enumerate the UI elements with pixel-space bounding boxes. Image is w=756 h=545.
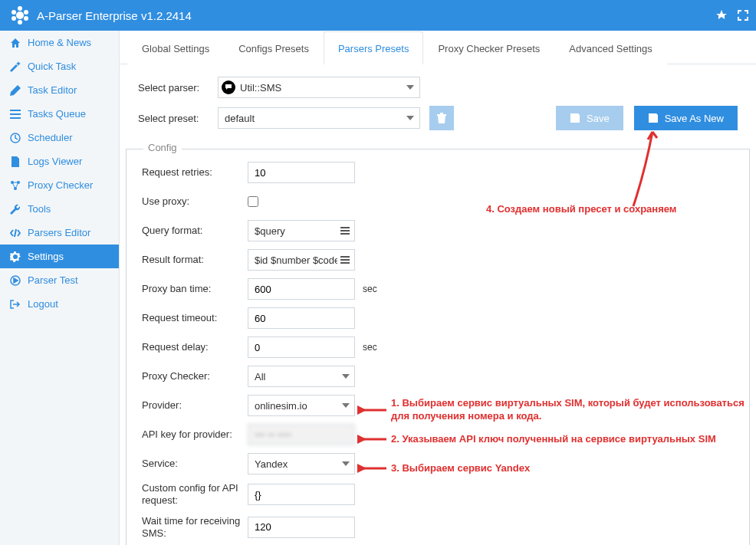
pencil-icon bbox=[9, 85, 21, 96]
svg-rect-15 bbox=[340, 227, 350, 228]
sidebar-item-label: Logout bbox=[28, 298, 58, 310]
menu-icon bbox=[340, 227, 350, 235]
pin-icon[interactable] bbox=[716, 10, 727, 21]
sidebar-item-proxychecker[interactable]: Proxy Checker bbox=[0, 173, 119, 197]
save-icon bbox=[648, 113, 659, 123]
preset-controls: Select parser: Util::SMS Select preset: … bbox=[120, 64, 756, 144]
select-preset-value: default bbox=[225, 113, 255, 124]
reqdelay-label: Request delay: bbox=[142, 341, 248, 353]
sidebar-item-scheduler[interactable]: Scheduler bbox=[0, 126, 119, 149]
select-parser-label: Select parser: bbox=[138, 82, 218, 94]
provider-value: onlinesim.io bbox=[255, 400, 307, 412]
select-preset-label: Select preset: bbox=[138, 113, 218, 124]
queryfmt-label: Query format: bbox=[142, 225, 248, 237]
waittime-label: Wait time for receiving SMS: bbox=[142, 515, 248, 540]
tab-label: Configs Presets bbox=[238, 43, 309, 54]
service-label: Service: bbox=[142, 458, 248, 470]
select-parser[interactable]: Util::SMS bbox=[218, 77, 420, 98]
resultfmt-label: Result format: bbox=[142, 254, 248, 266]
sidebar-item-taskeditor[interactable]: Task Editor bbox=[0, 78, 119, 102]
proxyban-input[interactable] bbox=[248, 278, 355, 300]
sidebar-nav: Home & News Quick Task Task Editor Tasks… bbox=[0, 31, 120, 545]
delete-preset-button[interactable] bbox=[429, 106, 454, 130]
sidebar-item-label: Tasks Queue bbox=[28, 108, 86, 120]
wand-icon bbox=[9, 61, 21, 72]
reqdelay-input[interactable] bbox=[248, 337, 355, 358]
select-preset[interactable]: default bbox=[218, 107, 420, 129]
service-select[interactable]: Yandex bbox=[248, 453, 355, 474]
sidebar-item-home[interactable]: Home & News bbox=[0, 31, 119, 54]
tab-advanced-settings[interactable]: Advanced Settings bbox=[554, 31, 666, 64]
svg-point-3 bbox=[24, 16, 28, 21]
apikey-input[interactable]: ••• •• •••• bbox=[248, 424, 355, 445]
network-icon bbox=[9, 180, 21, 191]
customcfg-input[interactable] bbox=[248, 484, 355, 505]
sidebar-item-label: Parsers Editor bbox=[28, 227, 90, 238]
file-icon bbox=[9, 156, 21, 167]
code-icon bbox=[9, 228, 21, 238]
header-actions bbox=[716, 10, 748, 21]
reqtimeout-label: Request timeout: bbox=[142, 312, 248, 324]
useproxy-label: Use proxy: bbox=[142, 195, 248, 208]
queryfmt-input[interactable]: $query bbox=[248, 220, 355, 241]
select-parser-value: Util::SMS bbox=[240, 82, 281, 94]
sidebar-item-tasksqueue[interactable]: Tasks Queue bbox=[0, 102, 119, 126]
chevron-down-icon bbox=[342, 461, 350, 466]
sidebar-item-label: Logs Viewer bbox=[28, 156, 82, 167]
tab-proxy-checker-presets[interactable]: Proxy Checker Presets bbox=[423, 31, 554, 64]
fullscreen-icon[interactable] bbox=[738, 10, 748, 21]
sidebar-item-parserseditor[interactable]: Parsers Editor bbox=[0, 221, 119, 245]
svg-rect-7 bbox=[10, 110, 21, 111]
list-icon bbox=[9, 109, 21, 120]
tab-configs-presets[interactable]: Configs Presets bbox=[224, 31, 324, 64]
save-as-new-button[interactable]: Save As New bbox=[634, 106, 738, 130]
svg-point-6 bbox=[12, 10, 16, 15]
svg-point-1 bbox=[18, 6, 22, 11]
svg-point-2 bbox=[24, 10, 28, 15]
svg-rect-18 bbox=[340, 256, 350, 258]
main-panel: Global Settings Configs Presets Parsers … bbox=[120, 31, 756, 545]
retries-label: Request retries: bbox=[142, 166, 248, 179]
provider-label: Provider: bbox=[142, 399, 248, 412]
sidebar-item-logsviewer[interactable]: Logs Viewer bbox=[0, 149, 119, 173]
settings-tabs: Global Settings Configs Presets Parsers … bbox=[120, 31, 756, 64]
gear-icon bbox=[9, 251, 21, 262]
retries-input[interactable] bbox=[248, 162, 355, 183]
useproxy-checkbox[interactable] bbox=[248, 196, 258, 207]
unit-sec: sec bbox=[363, 342, 377, 353]
sidebar-item-quicktask[interactable]: Quick Task bbox=[0, 54, 119, 78]
svg-point-5 bbox=[12, 16, 16, 21]
queryfmt-value: $query bbox=[255, 225, 285, 237]
apikey-label: API key for provider: bbox=[142, 428, 248, 441]
play-icon bbox=[9, 275, 21, 286]
app-title: A-Parser Enterprise v1.2.2414 bbox=[37, 9, 192, 22]
proxychecker-select[interactable]: All bbox=[248, 366, 355, 387]
reqtimeout-input[interactable] bbox=[248, 307, 355, 329]
sidebar-item-parsertest[interactable]: Parser Test bbox=[0, 268, 119, 292]
tab-parsers-presets[interactable]: Parsers Presets bbox=[324, 31, 423, 64]
svg-point-0 bbox=[16, 11, 24, 19]
chevron-down-icon bbox=[342, 374, 350, 379]
sidebar-item-logout[interactable]: Logout bbox=[0, 292, 119, 316]
tab-label: Global Settings bbox=[142, 43, 209, 54]
resultfmt-value: $id $number $code bbox=[255, 254, 337, 266]
svg-rect-17 bbox=[340, 233, 350, 235]
app-logo-icon bbox=[9, 5, 31, 26]
sidebar-item-settings[interactable]: Settings bbox=[0, 245, 119, 268]
sidebar-item-tools[interactable]: Tools bbox=[0, 197, 119, 221]
proxyban-label: Proxy ban time: bbox=[142, 283, 248, 295]
sidebar-item-label: Home & News bbox=[28, 37, 91, 48]
service-value: Yandex bbox=[255, 458, 288, 470]
svg-rect-8 bbox=[10, 113, 21, 115]
sidebar-item-label: Proxy Checker bbox=[28, 179, 93, 191]
tab-label: Parsers Presets bbox=[338, 43, 409, 54]
config-legend: Config bbox=[143, 142, 182, 153]
resultfmt-input[interactable]: $id $number $code bbox=[248, 249, 355, 271]
save-button[interactable]: Save bbox=[556, 106, 623, 130]
waittime-input[interactable] bbox=[248, 517, 355, 538]
menu-icon bbox=[340, 256, 350, 264]
tab-global-settings[interactable]: Global Settings bbox=[127, 31, 224, 64]
provider-select[interactable]: onlinesim.io bbox=[248, 395, 355, 416]
sidebar-item-label: Settings bbox=[28, 251, 64, 262]
wrench-icon bbox=[9, 204, 21, 215]
